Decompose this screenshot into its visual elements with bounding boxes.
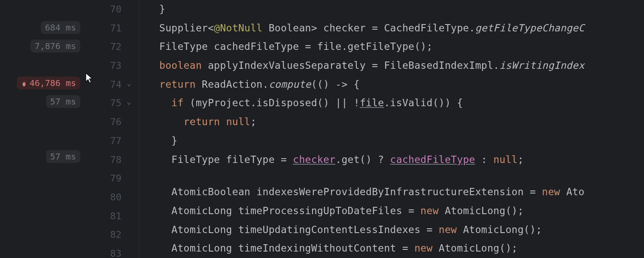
line-number[interactable]: 82	[84, 225, 127, 244]
fold-marker-slot	[127, 18, 139, 37]
brace: }	[171, 135, 177, 146]
static-call: compute	[269, 79, 311, 90]
keyword: return	[159, 79, 196, 90]
fold-marker-slot	[127, 129, 139, 147]
chevron-down-icon: ⌄	[127, 97, 131, 106]
fold-marker[interactable]: ⌄	[127, 74, 139, 92]
code-text-area[interactable]: } Supplier<@NotNull Boolean> checker = C…	[140, 0, 644, 258]
chevron-down-icon: ⌄	[127, 78, 131, 87]
code-text: AtomicLong();	[457, 224, 542, 235]
variable-reference: file	[360, 97, 384, 108]
code-line[interactable]: }	[140, 0, 644, 19]
line-number[interactable]: 76	[84, 113, 127, 132]
line-number[interactable]: 70	[84, 0, 127, 19]
static-call: getFileTypeChangeC	[475, 22, 585, 34]
code-line[interactable]: }	[140, 132, 644, 150]
line-number[interactable]: 71	[84, 19, 127, 38]
code-line[interactable]: AtomicLong timeProcessingUpToDateFiles =…	[140, 202, 644, 221]
fold-marker-slot	[127, 0, 139, 18]
code-line[interactable]: FileType cachedFileType = file.getFileTy…	[140, 37, 644, 56]
perf-hint-label: 57 ms	[50, 151, 76, 162]
fold-marker-slot	[127, 203, 139, 221]
perf-hint[interactable]: 57 ms	[46, 150, 80, 163]
fold-marker-slot	[127, 37, 139, 55]
code-line[interactable]: boolean applyIndexValuesSeparately = Fil…	[140, 56, 644, 75]
perf-hint-hot[interactable]: 46,786 ms	[17, 77, 80, 89]
keyword: if	[171, 97, 183, 108]
hint-row: 57 ms	[0, 147, 84, 166]
perf-hint-label: 684 ms	[45, 22, 76, 33]
code-text: AtomicLong timeProcessingUpToDateFiles =	[171, 205, 420, 216]
hint-row	[0, 55, 84, 74]
keyword: null	[226, 116, 251, 127]
code-line[interactable]	[140, 169, 644, 183]
line-number[interactable]: 79	[84, 169, 127, 188]
code-text: applyIndexValuesSeparately = FileBasedIn…	[202, 60, 499, 71]
code-text: (myProject.isDisposed() || !	[184, 97, 360, 108]
code-line[interactable]: FileType fileType = checker.get() ? cach…	[140, 150, 644, 169]
hint-row	[0, 0, 84, 18]
line-number[interactable]: 77	[84, 132, 127, 150]
keyword: new	[420, 205, 438, 216]
code-text: Ato	[560, 186, 585, 197]
code-line[interactable]: if (myProject.isDisposed() || !file.isVa…	[140, 94, 644, 113]
line-number[interactable]: 83	[84, 244, 127, 258]
brace: }	[159, 3, 165, 15]
fold-marker-slot	[127, 166, 139, 184]
inlay-hints-gutter: 684 ms 7,876 ms 46,786 ms 57 ms 57 ms	[0, 0, 84, 258]
perf-hint[interactable]: 57 ms	[46, 95, 80, 108]
code-text: :	[475, 154, 493, 165]
keyword: new	[414, 243, 432, 254]
hint-row	[0, 203, 84, 221]
fold-marker-slot	[127, 55, 139, 74]
line-number-gutter: 70 71 72 73 74 75 76 77 78 79 80 81 82 8…	[84, 0, 127, 258]
hint-row	[0, 129, 84, 147]
line-number[interactable]: 73	[84, 56, 127, 75]
code-text: Supplier<	[159, 22, 214, 34]
hint-row	[0, 221, 84, 240]
hint-row	[0, 184, 84, 203]
code-text: ;	[518, 154, 524, 165]
code-line[interactable]: AtomicBoolean indexesWereProvidedByInfra…	[140, 183, 644, 202]
hint-row: 684 ms	[0, 18, 84, 37]
code-line[interactable]: return ReadAction.compute(() -> {	[140, 75, 644, 94]
code-editor: 684 ms 7,876 ms 46,786 ms 57 ms 57 ms	[0, 0, 644, 258]
hint-row	[0, 166, 84, 184]
code-line[interactable]: AtomicLong timeUpdatingContentLessIndexe…	[140, 221, 644, 240]
flame-icon	[21, 79, 27, 87]
fold-marker[interactable]: ⌄	[127, 92, 139, 111]
code-text: Boolean> checker = CachedFileType.	[263, 22, 475, 34]
keyword: return	[184, 116, 220, 127]
code-text: AtomicLong timeUpdatingContentLessIndexe…	[171, 224, 438, 235]
code-text: ;	[250, 116, 256, 127]
code-line[interactable]: AtomicLong timeIndexingWithoutContent = …	[140, 239, 644, 258]
fold-marker-slot	[127, 240, 139, 258]
line-number[interactable]: 80	[84, 188, 127, 207]
fold-gutter: ⌄ ⌄	[127, 0, 140, 258]
code-text: AtomicLong();	[433, 243, 518, 254]
hint-row	[0, 240, 84, 258]
code-text: AtomicLong timeIndexingWithoutContent =	[171, 243, 414, 254]
variable-reference: cachedFileType	[390, 154, 475, 165]
fold-marker-slot	[127, 184, 139, 203]
perf-hint[interactable]: 7,876 ms	[30, 40, 80, 52]
keyword: new	[542, 186, 560, 197]
hint-row: 57 ms	[0, 92, 84, 111]
hint-row: 46,786 ms	[0, 74, 84, 92]
fold-marker-slot	[127, 147, 139, 166]
code-text: FileType fileType =	[171, 154, 293, 165]
line-number[interactable]: 75	[84, 94, 127, 113]
line-number[interactable]: 78	[84, 150, 127, 169]
variable-reference: checker	[293, 154, 335, 165]
line-number[interactable]: 81	[84, 207, 127, 226]
perf-hint[interactable]: 684 ms	[41, 21, 80, 34]
line-number[interactable]: 72	[84, 37, 127, 56]
code-line[interactable]: Supplier<@NotNull Boolean> checker = Cac…	[140, 19, 644, 38]
code-line[interactable]: return null;	[140, 113, 644, 132]
code-text: AtomicBoolean indexesWereProvidedByInfra…	[171, 186, 542, 197]
line-number[interactable]: 74	[84, 75, 127, 94]
fold-marker-slot	[127, 221, 139, 240]
hint-row: 7,876 ms	[0, 37, 84, 55]
perf-hint-label: 7,876 ms	[35, 41, 76, 51]
keyword: boolean	[159, 60, 202, 71]
